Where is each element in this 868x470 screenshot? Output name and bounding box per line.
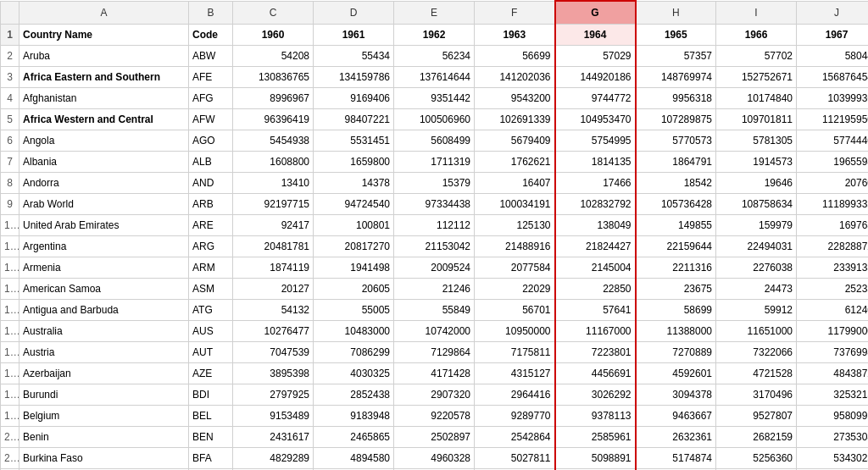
val-1962: 137614644 (394, 67, 475, 88)
header-1965: 1965 (636, 25, 716, 46)
val-1965: 2211316 (636, 257, 716, 279)
val-1961: 134159786 (314, 67, 394, 88)
col-header-b[interactable]: B (189, 1, 233, 25)
header-1966: 1966 (716, 25, 797, 46)
col-header-d[interactable]: D (314, 1, 394, 25)
val-1965: 5770573 (636, 130, 716, 152)
val-1960: 1874119 (233, 257, 314, 279)
val-1960: 92197715 (233, 194, 314, 215)
col-header-i[interactable]: I (716, 1, 797, 25)
row-number: 9 (1, 194, 19, 215)
val-1962: 10742000 (394, 321, 475, 342)
val-1965: 148769974 (636, 67, 716, 88)
country-name: Benin (19, 427, 189, 448)
val-1963: 2542864 (475, 427, 555, 448)
val-1960: 54208 (233, 46, 314, 67)
val-1965: 149855 (636, 215, 716, 236)
val-1962: 56234 (394, 46, 475, 67)
val-1960: 1608800 (233, 152, 314, 173)
row-number: 12 (1, 257, 19, 279)
val-1964: 11167000 (555, 321, 636, 342)
col-header-e[interactable]: E (394, 1, 475, 25)
val-1966: 24473 (716, 279, 797, 300)
val-1962: 100506960 (394, 109, 475, 130)
val-1964: 17466 (555, 173, 636, 194)
country-name: United Arab Emirates (19, 215, 189, 236)
data-header-row: 1 Country Name Code 1960 1961 1962 1963 … (1, 25, 869, 46)
val-1967: 156876454 (797, 67, 869, 88)
row-number: 15 (1, 321, 19, 342)
col-header-a[interactable]: A (19, 1, 189, 25)
column-letter-row: A B C D E F G H I J (1, 1, 869, 25)
val-1962: 4171428 (394, 363, 475, 384)
country-name: American Samoa (19, 279, 189, 300)
val-1962: 4960328 (394, 448, 475, 469)
val-1961: 9183948 (314, 406, 394, 427)
row-number: 8 (1, 173, 19, 194)
col-header-h[interactable]: H (636, 1, 716, 25)
val-1964: 104953470 (555, 109, 636, 130)
val-1966: 5781305 (716, 130, 797, 152)
header-country-name: Country Name (19, 25, 189, 46)
table-row: 4AfghanistanAFG8996967916940693514429543… (1, 88, 869, 109)
val-1966: 57702 (716, 46, 797, 67)
val-1963: 125130 (475, 215, 555, 236)
val-1963: 16407 (475, 173, 555, 194)
val-1966: 11651000 (716, 321, 797, 342)
country-code: AZE (189, 363, 233, 384)
val-1962: 21153042 (394, 236, 475, 257)
val-1960: 92417 (233, 215, 314, 236)
val-1967: 112195950 (797, 109, 869, 130)
val-1963: 56701 (475, 300, 555, 321)
val-1962: 7129864 (394, 342, 475, 363)
row-number: 3 (1, 67, 19, 88)
val-1962: 112112 (394, 215, 475, 236)
val-1967: 3253215 (797, 384, 869, 406)
val-1965: 57357 (636, 46, 716, 67)
header-1964: 1964 (555, 25, 636, 46)
val-1967: 7376998 (797, 342, 869, 363)
val-1966: 10174840 (716, 88, 797, 109)
country-name: Antigua and Barbuda (19, 300, 189, 321)
val-1967: 61240 (797, 300, 869, 321)
val-1965: 1864791 (636, 152, 716, 173)
val-1963: 10950000 (475, 321, 555, 342)
col-header-g[interactable]: G (555, 1, 636, 25)
col-header-j[interactable]: J (797, 1, 869, 25)
val-1966: 9527807 (716, 406, 797, 427)
val-1961: 2465865 (314, 427, 394, 448)
val-1964: 57641 (555, 300, 636, 321)
country-name: Argentina (19, 236, 189, 257)
col-header-c[interactable]: C (233, 1, 314, 25)
row-number: 20 (1, 427, 19, 448)
val-1960: 20127 (233, 279, 314, 300)
header-1963: 1963 (475, 25, 555, 46)
corner-cell (1, 1, 19, 25)
val-1967: 5343025 (797, 448, 869, 469)
country-name: Angola (19, 130, 189, 152)
val-1960: 13410 (233, 173, 314, 194)
val-1965: 18542 (636, 173, 716, 194)
row-number: 14 (1, 300, 19, 321)
val-1964: 7223801 (555, 342, 636, 363)
val-1960: 5454938 (233, 130, 314, 152)
val-1962: 9220578 (394, 406, 475, 427)
country-code: ABW (189, 46, 233, 67)
val-1960: 9153489 (233, 406, 314, 427)
val-1961: 5531451 (314, 130, 394, 152)
val-1965: 4592601 (636, 363, 716, 384)
val-1964: 2585961 (555, 427, 636, 448)
val-1965: 23675 (636, 279, 716, 300)
val-1963: 2077584 (475, 257, 555, 279)
table-row: 7AlbaniaALB16088001659800171131917626211… (1, 152, 869, 173)
row-number: 18 (1, 384, 19, 406)
val-1964: 138049 (555, 215, 636, 236)
val-1965: 2632361 (636, 427, 716, 448)
val-1960: 7047539 (233, 342, 314, 363)
val-1961: 10483000 (314, 321, 394, 342)
row-number: 2 (1, 46, 19, 67)
col-header-f[interactable]: F (475, 1, 555, 25)
val-1966: 109701811 (716, 109, 797, 130)
country-code: ALB (189, 152, 233, 173)
val-1961: 94724540 (314, 194, 394, 215)
